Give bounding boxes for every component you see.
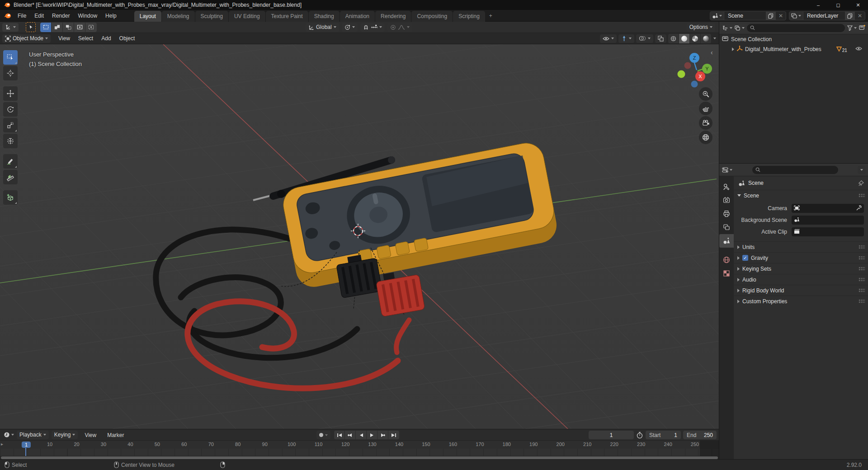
outliner-filter-button[interactable] [847,25,857,31]
select-mode-extend[interactable] [52,23,63,32]
viewport-menu-select[interactable]: Select [74,34,97,43]
workspace-tab-shading[interactable]: Shading [309,11,340,22]
scene-panel-header[interactable]: Scene [734,190,868,201]
properties-tab-render[interactable] [719,193,734,207]
stopwatch-icon[interactable] [636,432,643,439]
panel-drag-handle[interactable] [859,256,865,260]
panel-drag-handle[interactable] [859,245,865,249]
next-keyframe-button[interactable] [377,431,388,439]
outliner-row[interactable]: Digital_Multimeter_with_Probes 21 [719,44,868,54]
outliner-item-label[interactable]: Digital_Multimeter_with_Probes [745,46,821,52]
close-button[interactable]: ✕ [848,0,868,10]
render-layer-selector[interactable]: RenderLayer ✕ [789,11,865,20]
end-frame-field[interactable]: End250 [683,431,717,439]
viewport-menu-add[interactable]: Add [97,34,115,43]
workspace-tab-rendering[interactable]: Rendering [375,11,411,22]
workspace-tab-modeling[interactable]: Modeling [162,11,195,22]
collapse-sidebar-icon[interactable]: ‹ [711,49,713,56]
auto-keying-button[interactable] [316,431,330,439]
tool-transform-button[interactable] [3,134,18,148]
menu-file[interactable]: File [14,11,30,21]
camera-view-button[interactable] [699,116,712,130]
timeline-menu-playback[interactable]: Playback [17,431,49,439]
zoom-button[interactable] [699,87,712,101]
select-mode-invert[interactable] [74,23,85,32]
object-visibility-dropdown[interactable] [600,34,617,43]
gravity-checkbox[interactable]: ✓ [742,255,748,261]
prev-keyframe-button[interactable] [345,431,356,439]
eyedropper-icon[interactable] [856,205,862,212]
shading-wireframe-button[interactable] [668,34,679,43]
panel-gravity[interactable]: ✓ Gravity [734,252,868,263]
render-layer-name[interactable]: RenderLayer [803,13,845,19]
viewport-3d[interactable]: User Perspective (1) Scene Collection Z … [0,44,719,429]
unlink-layer-icon[interactable]: ✕ [855,13,865,19]
gizmo-neg-x[interactable] [684,62,691,69]
shading-rendered-button[interactable] [701,34,712,43]
playhead[interactable]: 1 [22,442,31,448]
tool-annotate-button[interactable] [3,154,18,169]
active-tool-button[interactable] [26,22,36,32]
panel-drag-handle[interactable] [859,277,865,282]
viewport-menu-object[interactable]: Object [115,34,139,43]
copy-layer-icon[interactable] [845,12,855,20]
new-collection-button[interactable] [859,24,866,32]
workspace-tab-compositing[interactable]: Compositing [411,11,453,22]
panel-drag-handle[interactable] [859,299,865,303]
tool-scale-button[interactable] [3,118,18,132]
outliner-row[interactable]: Scene Collection [719,34,868,44]
proportional-edit-dropdown[interactable] [387,23,412,32]
play-button[interactable] [367,431,377,439]
snap-dropdown[interactable] [360,23,385,32]
editor-type-properties-button[interactable] [722,167,732,173]
pin-icon[interactable] [858,180,864,186]
tool-add-cube-button[interactable] [3,190,18,205]
editor-type-outliner-button[interactable] [722,25,732,31]
menu-window[interactable]: Window [74,11,101,21]
tool-cursor-button[interactable] [3,66,18,80]
timeline-menu-keying[interactable]: Keying [52,431,78,439]
workspace-tab-uv-editing[interactable]: UV Editing [229,11,265,22]
properties-tab-tool[interactable] [719,180,734,193]
select-mode-set[interactable] [40,23,52,32]
scene-name[interactable]: Scene [724,13,766,19]
timeline-menu-view[interactable]: View [80,431,100,439]
tool-measure-button[interactable] [3,170,18,184]
tool-move-button[interactable] [3,86,18,101]
timeline-track-area[interactable] [0,449,719,456]
timeline-ruler[interactable]: 1020304050607080901001101201301401501601… [0,441,719,449]
jump-to-end-button[interactable] [388,431,399,439]
panel-audio[interactable]: Audio [734,274,868,285]
properties-search-input[interactable] [752,166,838,174]
editor-type-timeline-button[interactable] [4,432,14,438]
panel-drag-handle[interactable] [859,267,865,271]
properties-tab-world[interactable] [719,253,734,267]
properties-tab-output[interactable] [719,207,734,221]
properties-tab-texture[interactable] [719,267,734,280]
gizmo-neg-y[interactable] [678,70,685,78]
editor-type-viewport-button[interactable] [2,23,19,32]
panel-custom-properties[interactable]: Custom Properties [734,296,868,306]
panel-drag-handle[interactable] [859,288,865,292]
prop-field-background-scene[interactable] [792,216,864,225]
add-workspace-button[interactable]: + [486,10,496,21]
maximize-button[interactable]: ◻ [828,0,848,10]
workspace-tab-texture-paint[interactable]: Texture Paint [266,11,308,22]
prop-field-camera[interactable] [792,204,864,213]
scene-selector[interactable]: Scene ✕ [710,11,786,20]
hide-eye-icon[interactable] [855,46,862,52]
menu-help[interactable]: Help [101,11,121,21]
panel-rigid-body-world[interactable]: Rigid Body World [734,285,868,296]
orthographic-button[interactable] [699,131,712,144]
properties-tab-scene[interactable] [719,234,734,248]
overlays-dropdown[interactable] [636,34,653,43]
gizmos-dropdown[interactable] [618,34,634,43]
unlink-scene-icon[interactable]: ✕ [776,13,786,19]
options-dropdown[interactable]: Options [687,23,715,32]
tool-select-box-button[interactable] [3,50,18,65]
expand-icon[interactable] [732,47,734,51]
outliner-search-input[interactable] [747,24,845,32]
menu-edit[interactable]: Edit [30,11,48,21]
shading-material-button[interactable] [690,34,701,43]
properties-filter-dropdown[interactable] [858,166,866,174]
